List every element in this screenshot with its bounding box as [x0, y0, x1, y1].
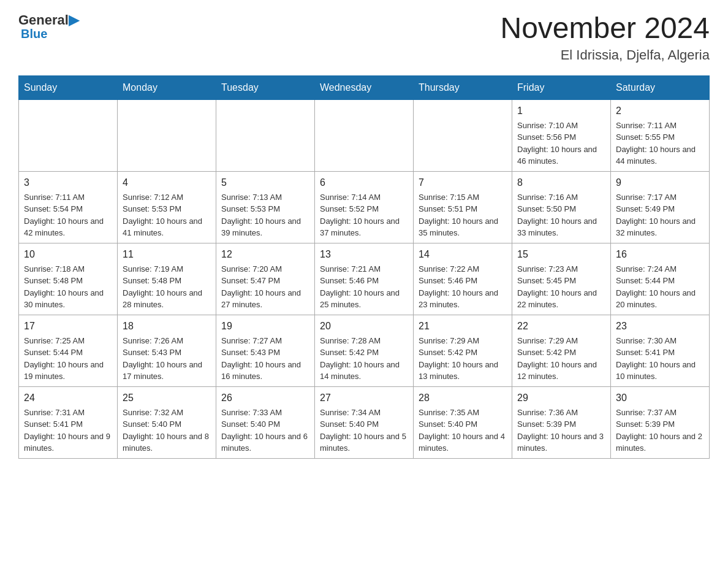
- day-header-sunday: Sunday: [19, 75, 118, 99]
- calendar-cell: 6Sunrise: 7:14 AMSunset: 5:52 PMDaylight…: [315, 171, 414, 243]
- day-info: Sunrise: 7:11 AMSunset: 5:54 PMDaylight:…: [24, 191, 112, 239]
- day-info: Sunrise: 7:15 AMSunset: 5:51 PMDaylight:…: [419, 191, 507, 239]
- day-info: Sunrise: 7:16 AMSunset: 5:50 PMDaylight:…: [517, 191, 605, 239]
- calendar-cell: 14Sunrise: 7:22 AMSunset: 5:46 PMDayligh…: [414, 243, 512, 315]
- week-row-3: 17Sunrise: 7:25 AMSunset: 5:44 PMDayligh…: [19, 315, 710, 386]
- day-number: 12: [221, 247, 309, 262]
- day-info: Sunrise: 7:37 AMSunset: 5:39 PMDaylight:…: [616, 407, 704, 454]
- day-header-tuesday: Tuesday: [216, 75, 315, 99]
- day-number: 15: [517, 247, 605, 262]
- day-info: Sunrise: 7:29 AMSunset: 5:42 PMDaylight:…: [419, 335, 507, 383]
- day-info: Sunrise: 7:33 AMSunset: 5:40 PMDaylight:…: [221, 407, 309, 454]
- calendar-cell: 18Sunrise: 7:26 AMSunset: 5:43 PMDayligh…: [118, 315, 216, 386]
- day-header-friday: Friday: [512, 75, 611, 99]
- day-info: Sunrise: 7:17 AMSunset: 5:49 PMDaylight:…: [616, 191, 704, 239]
- day-number: 2: [616, 104, 704, 118]
- day-number: 28: [419, 391, 507, 405]
- day-info: Sunrise: 7:11 AMSunset: 5:55 PMDaylight:…: [616, 120, 704, 167]
- calendar-cell: 19Sunrise: 7:27 AMSunset: 5:43 PMDayligh…: [216, 315, 315, 386]
- day-number: 8: [517, 175, 605, 190]
- day-number: 17: [24, 319, 112, 334]
- calendar-cell: 27Sunrise: 7:34 AMSunset: 5:40 PMDayligh…: [315, 386, 414, 458]
- day-info: Sunrise: 7:22 AMSunset: 5:46 PMDaylight:…: [419, 263, 507, 311]
- day-number: 16: [616, 247, 704, 262]
- calendar-cell: 28Sunrise: 7:35 AMSunset: 5:40 PMDayligh…: [414, 386, 512, 458]
- week-row-4: 24Sunrise: 7:31 AMSunset: 5:41 PMDayligh…: [19, 386, 710, 458]
- day-number: 23: [616, 319, 704, 334]
- calendar-cell: 2Sunrise: 7:11 AMSunset: 5:55 PMDaylight…: [611, 99, 710, 171]
- page-header: General ▶ Blue November 2024 El Idrissia…: [18, 12, 710, 63]
- calendar-table: SundayMondayTuesdayWednesdayThursdayFrid…: [18, 75, 710, 459]
- day-number: 11: [123, 247, 211, 262]
- day-info: Sunrise: 7:23 AMSunset: 5:45 PMDaylight:…: [517, 263, 605, 311]
- calendar-cell: 29Sunrise: 7:36 AMSunset: 5:39 PMDayligh…: [512, 386, 611, 458]
- day-info: Sunrise: 7:20 AMSunset: 5:47 PMDaylight:…: [221, 263, 309, 311]
- calendar-cell: [216, 99, 315, 171]
- calendar-body: 1Sunrise: 7:10 AMSunset: 5:56 PMDaylight…: [19, 99, 710, 458]
- day-number: 9: [616, 175, 704, 190]
- day-info: Sunrise: 7:13 AMSunset: 5:53 PMDaylight:…: [221, 191, 309, 239]
- calendar-cell: 21Sunrise: 7:29 AMSunset: 5:42 PMDayligh…: [414, 315, 512, 386]
- calendar-header: SundayMondayTuesdayWednesdayThursdayFrid…: [19, 75, 710, 99]
- calendar-cell: 25Sunrise: 7:32 AMSunset: 5:40 PMDayligh…: [118, 386, 216, 458]
- logo-general: General: [18, 12, 69, 28]
- day-info: Sunrise: 7:35 AMSunset: 5:40 PMDaylight:…: [419, 407, 507, 454]
- day-number: 4: [123, 175, 211, 190]
- calendar-cell: 7Sunrise: 7:15 AMSunset: 5:51 PMDaylight…: [414, 171, 512, 243]
- day-number: 1: [517, 104, 605, 118]
- day-info: Sunrise: 7:10 AMSunset: 5:56 PMDaylight:…: [517, 120, 605, 167]
- title-block: November 2024 El Idrissia, Djelfa, Alger…: [500, 12, 710, 63]
- calendar-cell: [414, 99, 512, 171]
- calendar-cell: 12Sunrise: 7:20 AMSunset: 5:47 PMDayligh…: [216, 243, 315, 315]
- day-header-wednesday: Wednesday: [315, 75, 414, 99]
- day-number: 27: [320, 391, 408, 405]
- day-header-monday: Monday: [118, 75, 216, 99]
- day-number: 30: [616, 391, 704, 405]
- day-number: 20: [320, 319, 408, 334]
- day-info: Sunrise: 7:27 AMSunset: 5:43 PMDaylight:…: [221, 335, 309, 383]
- day-number: 14: [419, 247, 507, 262]
- calendar-cell: 20Sunrise: 7:28 AMSunset: 5:42 PMDayligh…: [315, 315, 414, 386]
- day-number: 3: [24, 175, 112, 190]
- calendar-cell: 9Sunrise: 7:17 AMSunset: 5:49 PMDaylight…: [611, 171, 710, 243]
- calendar-cell: 24Sunrise: 7:31 AMSunset: 5:41 PMDayligh…: [19, 386, 118, 458]
- calendar-cell: 8Sunrise: 7:16 AMSunset: 5:50 PMDaylight…: [512, 171, 611, 243]
- day-info: Sunrise: 7:18 AMSunset: 5:48 PMDaylight:…: [24, 263, 112, 311]
- day-number: 18: [123, 319, 211, 334]
- day-info: Sunrise: 7:25 AMSunset: 5:44 PMDaylight:…: [24, 335, 112, 383]
- calendar-cell: 5Sunrise: 7:13 AMSunset: 5:53 PMDaylight…: [216, 171, 315, 243]
- day-number: 29: [517, 391, 605, 405]
- calendar-cell: 11Sunrise: 7:19 AMSunset: 5:48 PMDayligh…: [118, 243, 216, 315]
- day-info: Sunrise: 7:36 AMSunset: 5:39 PMDaylight:…: [517, 407, 605, 454]
- logo-blue-text: ▶: [69, 12, 79, 28]
- day-number: 21: [419, 319, 507, 334]
- calendar-cell: 3Sunrise: 7:11 AMSunset: 5:54 PMDaylight…: [19, 171, 118, 243]
- calendar-cell: 23Sunrise: 7:30 AMSunset: 5:41 PMDayligh…: [611, 315, 710, 386]
- calendar-cell: 13Sunrise: 7:21 AMSunset: 5:46 PMDayligh…: [315, 243, 414, 315]
- day-info: Sunrise: 7:30 AMSunset: 5:41 PMDaylight:…: [616, 335, 704, 383]
- week-row-0: 1Sunrise: 7:10 AMSunset: 5:56 PMDaylight…: [19, 99, 710, 171]
- logo-blue-label: Blue: [21, 27, 47, 41]
- day-info: Sunrise: 7:28 AMSunset: 5:42 PMDaylight:…: [320, 335, 408, 383]
- day-number: 19: [221, 319, 309, 334]
- day-info: Sunrise: 7:26 AMSunset: 5:43 PMDaylight:…: [123, 335, 211, 383]
- calendar-cell: 16Sunrise: 7:24 AMSunset: 5:44 PMDayligh…: [611, 243, 710, 315]
- calendar-cell: 4Sunrise: 7:12 AMSunset: 5:53 PMDaylight…: [118, 171, 216, 243]
- day-number: 5: [221, 175, 309, 190]
- day-info: Sunrise: 7:34 AMSunset: 5:40 PMDaylight:…: [320, 407, 408, 454]
- calendar-cell: [315, 99, 414, 171]
- day-number: 6: [320, 175, 408, 190]
- day-info: Sunrise: 7:32 AMSunset: 5:40 PMDaylight:…: [123, 407, 211, 454]
- day-header-row: SundayMondayTuesdayWednesdayThursdayFrid…: [19, 75, 710, 99]
- day-number: 22: [517, 319, 605, 334]
- day-info: Sunrise: 7:24 AMSunset: 5:44 PMDaylight:…: [616, 263, 704, 311]
- week-row-1: 3Sunrise: 7:11 AMSunset: 5:54 PMDaylight…: [19, 171, 710, 243]
- calendar-cell: 15Sunrise: 7:23 AMSunset: 5:45 PMDayligh…: [512, 243, 611, 315]
- calendar-cell: 30Sunrise: 7:37 AMSunset: 5:39 PMDayligh…: [611, 386, 710, 458]
- day-number: 13: [320, 247, 408, 262]
- calendar-cell: 26Sunrise: 7:33 AMSunset: 5:40 PMDayligh…: [216, 386, 315, 458]
- calendar-cell: 10Sunrise: 7:18 AMSunset: 5:48 PMDayligh…: [19, 243, 118, 315]
- day-info: Sunrise: 7:21 AMSunset: 5:46 PMDaylight:…: [320, 263, 408, 311]
- calendar-title: November 2024: [500, 12, 710, 45]
- calendar-subtitle: El Idrissia, Djelfa, Algeria: [500, 47, 710, 63]
